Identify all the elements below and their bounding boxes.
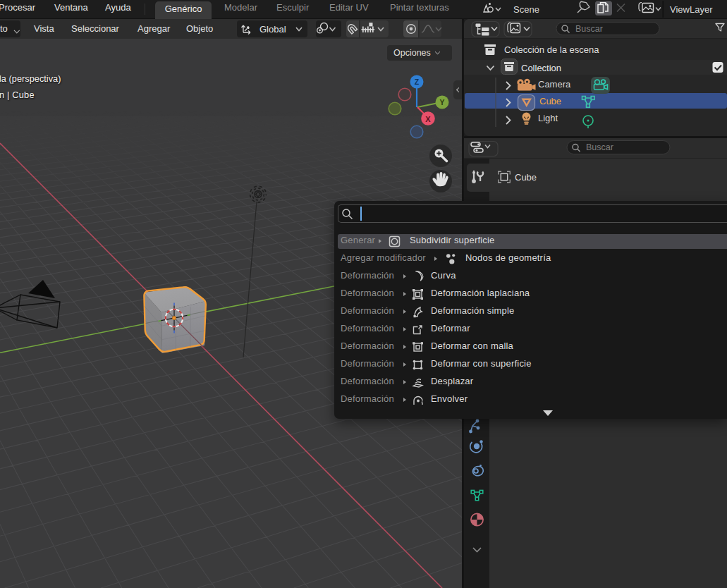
- svg-text:Buscar: Buscar: [586, 142, 613, 152]
- svg-text:ViewLayer: ViewLayer: [670, 4, 713, 15]
- svg-text:Global: Global: [259, 24, 286, 35]
- svg-text:X: X: [425, 115, 431, 123]
- svg-text:Scene: Scene: [513, 4, 539, 15]
- svg-text:Z: Z: [415, 78, 420, 86]
- svg-text:Y: Y: [439, 98, 444, 106]
